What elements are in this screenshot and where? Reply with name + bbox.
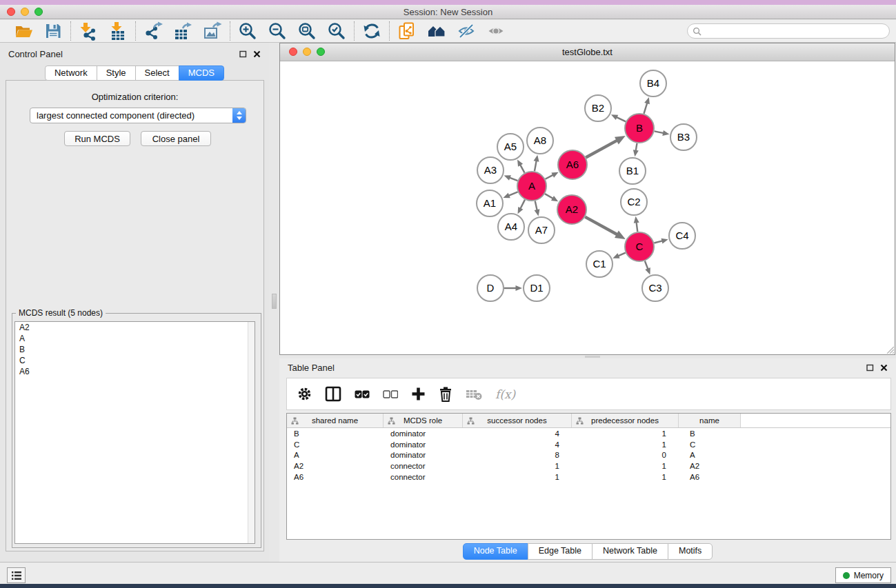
open-session-icon[interactable] <box>14 21 33 41</box>
close-panel-icon[interactable] <box>253 50 261 58</box>
cell-shared-name[interactable]: A6 <box>287 473 384 481</box>
splitter-grip[interactable] <box>585 356 600 358</box>
edge-B-B4[interactable] <box>644 103 647 114</box>
tab-mcds[interactable]: MCDS <box>179 65 224 81</box>
cell-name[interactable]: A2 <box>679 462 741 470</box>
cell-name[interactable]: A6 <box>679 473 741 481</box>
float-panel-icon[interactable] <box>866 364 874 372</box>
tab-style[interactable]: Style <box>97 65 136 81</box>
edge-A-A2[interactable] <box>545 194 553 199</box>
import-network-icon[interactable] <box>79 21 98 41</box>
column-header-mcds-role[interactable]: MCDS role <box>384 414 463 427</box>
eye-icon[interactable] <box>486 21 506 41</box>
export-image-icon[interactable] <box>203 21 222 41</box>
edge-B-B3[interactable] <box>655 131 664 133</box>
column-header-successor-nodes[interactable]: successor nodes <box>463 414 572 427</box>
edge-A-A8[interactable] <box>535 161 537 171</box>
task-history-button[interactable] <box>7 567 26 583</box>
edge-A-A5[interactable] <box>520 165 524 173</box>
column-header-predecessor-nodes[interactable]: predecessor nodes <box>572 414 679 427</box>
cell-mcds-role[interactable]: dominator <box>384 429 463 438</box>
cell-shared-name[interactable]: C <box>287 440 384 449</box>
cell-mcds-role[interactable]: connector <box>384 473 463 481</box>
mcds-result-item[interactable]: A2 <box>15 322 255 333</box>
edge-A-A4[interactable] <box>520 200 525 209</box>
delete-table-icon[interactable] <box>466 388 482 401</box>
vertical-splitter[interactable] <box>269 43 279 562</box>
criterion-dropdown[interactable]: largest connected component (directed) <box>30 108 246 123</box>
mcds-result-item[interactable]: A6 <box>15 366 255 377</box>
edge-A2-C[interactable] <box>585 217 617 235</box>
cell-name[interactable]: A <box>679 451 741 459</box>
export-table-icon[interactable] <box>173 21 192 41</box>
column-header-name[interactable]: name <box>679 414 741 427</box>
edge-B-B2[interactable] <box>617 117 626 122</box>
hide-eye-icon[interactable] <box>457 21 476 41</box>
cell-successor-nodes[interactable]: 4 <box>463 440 572 449</box>
search-field[interactable] <box>687 23 890 39</box>
export-network-icon[interactable] <box>143 21 163 41</box>
zoom-out-icon[interactable] <box>268 21 287 41</box>
settings-gear-icon[interactable] <box>297 387 312 401</box>
tab-select[interactable]: Select <box>135 65 179 81</box>
edge-A-A1[interactable] <box>508 192 517 195</box>
home-icon[interactable] <box>427 21 446 41</box>
float-panel-icon[interactable] <box>239 50 247 58</box>
table-tab-motifs[interactable]: Motifs <box>668 543 713 560</box>
table-row[interactable]: Cdominator41C <box>287 439 890 450</box>
table-row[interactable]: Bdominator41B <box>287 428 890 439</box>
show-columns-icon[interactable] <box>325 386 341 402</box>
cell-successor-nodes[interactable]: 8 <box>463 451 572 459</box>
edge-C-C2[interactable] <box>637 222 638 232</box>
minimize-window-button[interactable] <box>21 8 29 16</box>
unselect-all-columns-icon[interactable] <box>383 390 398 398</box>
edge-C-C1[interactable] <box>618 253 626 256</box>
mcds-result-item[interactable]: A <box>15 333 255 344</box>
zoom-window-button[interactable] <box>34 8 43 16</box>
edge-C-C4[interactable] <box>654 241 662 243</box>
import-table-icon[interactable] <box>108 21 128 41</box>
table-tab-edge-table[interactable]: Edge Table <box>528 543 593 560</box>
close-panel-icon[interactable] <box>880 364 888 372</box>
cell-mcds-role[interactable]: dominator <box>384 440 463 449</box>
mcds-result-list[interactable]: A2ABCA6 <box>14 321 255 544</box>
refresh-layout-icon[interactable] <box>362 21 381 41</box>
zoom-in-icon[interactable] <box>238 21 257 41</box>
cell-name[interactable]: C <box>679 440 741 449</box>
cell-successor-nodes[interactable]: 4 <box>463 429 572 438</box>
add-column-icon[interactable] <box>411 387 426 401</box>
cell-mcds-role[interactable]: connector <box>384 462 463 470</box>
network-window-titlebar[interactable]: testGlobe.txt <box>280 43 895 61</box>
memory-button[interactable]: Memory <box>835 567 891 583</box>
mcds-result-item[interactable]: B <box>15 344 255 355</box>
tab-network[interactable]: Network <box>45 65 97 81</box>
cell-shared-name[interactable]: A2 <box>287 462 384 470</box>
run-mcds-button[interactable]: Run MCDS <box>64 131 130 146</box>
table-row[interactable]: Adominator80A <box>287 449 890 460</box>
zoom-selected-icon[interactable] <box>327 21 346 41</box>
mcds-result-item[interactable]: C <box>15 355 255 366</box>
close-window-button[interactable] <box>7 8 15 16</box>
cell-predecessor-nodes[interactable]: 1 <box>572 473 679 481</box>
cell-predecessor-nodes[interactable]: 1 <box>572 462 679 470</box>
search-input[interactable] <box>701 25 884 37</box>
edge-A-A7[interactable] <box>535 201 537 210</box>
edge-A-A6[interactable] <box>545 175 553 179</box>
scrollbar-track[interactable] <box>248 322 255 543</box>
network-canvas[interactable]: B4B2BB3A8A5A6A3B1AC2A1A2A4A7C4CC1C3DD1 <box>280 62 895 354</box>
splitter-grip[interactable] <box>272 294 277 309</box>
edge-A6-B[interactable] <box>586 141 617 158</box>
edge-C-C3[interactable] <box>645 261 648 270</box>
close-panel-button[interactable]: Close panel <box>141 131 211 146</box>
table-row[interactable]: A2connector11A2 <box>287 460 890 472</box>
table-row[interactable]: A6connector11A6 <box>287 472 890 483</box>
zoom-fit-icon[interactable] <box>297 21 317 41</box>
cell-shared-name[interactable]: A <box>287 451 384 459</box>
cell-predecessor-nodes[interactable]: 0 <box>572 451 679 459</box>
delete-columns-icon[interactable] <box>439 387 452 402</box>
table-tab-node-table[interactable]: Node Table <box>463 543 528 560</box>
edge-B-B1[interactable] <box>636 143 637 151</box>
cell-successor-nodes[interactable]: 1 <box>463 473 572 481</box>
cell-mcds-role[interactable]: dominator <box>384 451 463 459</box>
edge-A-A3[interactable] <box>510 178 518 181</box>
